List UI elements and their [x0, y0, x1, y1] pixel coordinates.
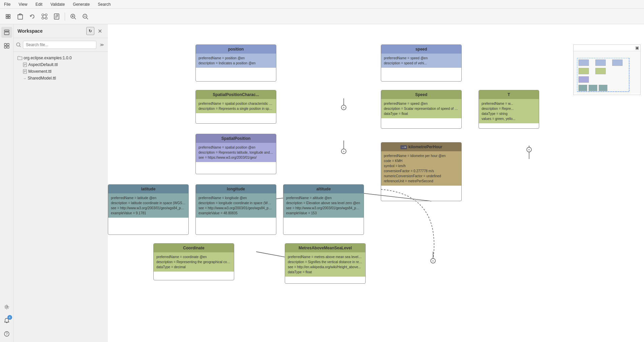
node-property: code = KMH: [384, 158, 459, 163]
undo-button[interactable]: [27, 11, 38, 22]
sidebar-toggle-workspace[interactable]: [1, 27, 12, 38]
menu-validate[interactable]: Validate: [49, 1, 66, 7]
node-body-altitude: preferredName = altitude @endescription …: [283, 193, 364, 218]
node-property: values = green, yello...: [482, 116, 536, 121]
svg-point-55: [527, 147, 531, 152]
node-body-Speed: preferredName = speed @endescription = S…: [381, 99, 461, 118]
svg-point-32: [6, 306, 8, 308]
node-property: preferredName = speed @en: [384, 56, 459, 61]
search-bar: ≫: [13, 38, 108, 52]
svg-rect-30: [4, 46, 6, 48]
node-header-position: position: [196, 45, 276, 54]
node-property: description = Representing the geographi…: [156, 259, 231, 265]
node-header-kilometrePerHour: →≡kilometrePerHour: [381, 143, 461, 151]
node-property: description = Scalar representation of s…: [384, 106, 459, 111]
zoom-out-button[interactable]: [80, 11, 91, 22]
file-item-aspectdefault[interactable]: AspectDefault.ttl: [16, 61, 105, 68]
node-T[interactable]: T preferredName = w...description = Repr…: [479, 90, 539, 129]
svg-point-10: [45, 17, 47, 19]
node-kilometrePerHour[interactable]: →≡kilometrePerHour preferredName = kilom…: [381, 142, 462, 201]
svg-text:+: +: [528, 148, 530, 152]
node-property: dataType = float: [288, 270, 363, 275]
minimap-toggle-button[interactable]: ▣: [635, 45, 639, 50]
toolbar-separator: [65, 12, 65, 21]
canvas-area[interactable]: + + + + +: [108, 24, 644, 342]
export-button[interactable]: [51, 11, 62, 22]
node-header-speed: speed: [381, 45, 461, 54]
node-header-longitude: longitude: [196, 185, 276, 193]
help-button[interactable]: ?: [1, 329, 12, 339]
node-property: numericConversionFactor = undefined: [384, 174, 459, 179]
node-property: exampleValue = 48.80835: [198, 211, 273, 216]
minimap-canvas: [574, 51, 640, 94]
svg-rect-0: [6, 14, 8, 16]
file-icon-2: [23, 69, 27, 74]
new-button[interactable]: [3, 11, 13, 22]
svg-point-8: [45, 14, 47, 16]
node-header-Speed: Speed: [381, 90, 461, 99]
node-property: preferredName = altitude @en: [286, 195, 361, 200]
zoom-in-button[interactable]: [68, 11, 79, 22]
file-item-movement[interactable]: Movement.ttl: [16, 68, 105, 75]
node-body-speed: preferredName = speed @endescription = s…: [381, 54, 461, 68]
node-header-altitude: altitude: [283, 185, 364, 193]
node-property: description = Signifies the vertical dis…: [288, 259, 363, 265]
node-SpatialPosition[interactable]: SpatialPosition preferredName = spatial …: [195, 134, 276, 174]
close-sidebar-button[interactable]: ✕: [96, 27, 104, 35]
menu-search[interactable]: Search: [96, 1, 112, 7]
node-body-MetresAboveMeanSeaLevel: preferredName = metres above mean sea le…: [285, 252, 365, 277]
svg-rect-15: [54, 14, 59, 19]
refresh-button[interactable]: ↻: [86, 27, 94, 35]
node-SpatialPositionCharac[interactable]: SpatialPositionCharac... preferredName =…: [195, 90, 276, 124]
node-latitude[interactable]: latitude preferredName = latitude @endes…: [108, 184, 189, 235]
svg-rect-28: [4, 43, 6, 45]
node-Coordinate[interactable]: Coordinate preferredName = coordinate @e…: [153, 243, 234, 280]
menu-file[interactable]: File: [3, 1, 12, 7]
file-name-aspectdefault: AspectDefault.ttl: [28, 62, 58, 67]
menu-generate[interactable]: Generate: [71, 1, 91, 7]
search-input[interactable]: [23, 41, 96, 49]
node-body-position: preferredName = position @endescription …: [196, 54, 276, 68]
sidebar-toggle-grid[interactable]: [1, 40, 12, 51]
node-property: preferredName = w...: [482, 101, 536, 106]
main-layout: 4 ? Workspace ↻ ✕ ≫ org.eclipse.examples…: [0, 24, 644, 342]
link-arrow-icon: →: [23, 76, 26, 80]
node-header-SpatialPosition: SpatialPosition: [196, 134, 276, 143]
delete-button[interactable]: [15, 11, 26, 22]
add-node-button[interactable]: [39, 11, 50, 22]
node-property: see = http://www.w3.org/2003/01/geo/wgs8…: [198, 206, 273, 211]
collapse-button[interactable]: ≫: [98, 41, 105, 48]
node-body-longitude: preferredName = longitude @endescription…: [196, 193, 276, 218]
node-header-T: T: [479, 90, 539, 99]
svg-point-49: [341, 149, 346, 154]
svg-text:+: +: [432, 259, 434, 263]
node-header-Coordinate: Coordinate: [154, 244, 234, 252]
node-body-latitude: preferredName = latitude @endescription …: [108, 193, 188, 218]
node-property: preferredName = metres above mean sea le…: [288, 254, 363, 259]
node-property: preferredName = speed @en: [384, 101, 459, 106]
file-item-sharedmodel[interactable]: → SharedModel.ttl: [16, 75, 105, 82]
folder-item[interactable]: org.eclipse.examples:1.0.0: [16, 55, 105, 61]
node-MetresAboveMeanSeaLevel[interactable]: MetresAboveMeanSeaLevel preferredName = …: [285, 243, 366, 284]
node-property: preferredName = spatial position @en: [198, 145, 273, 150]
node-property: exampleValue = 153: [286, 211, 361, 216]
node-property: description = speed of vehi...: [384, 61, 459, 66]
node-property: preferredName = spatial position charact…: [198, 101, 273, 106]
menu-view[interactable]: View: [17, 1, 29, 7]
menu-edit[interactable]: Edit: [34, 1, 44, 7]
svg-rect-65: [612, 60, 622, 66]
settings-button[interactable]: [1, 302, 12, 312]
sidebar-header: Workspace ↻ ✕: [13, 24, 108, 38]
svg-line-25: [87, 18, 88, 19]
node-longitude[interactable]: longitude preferredName = longitude @end…: [195, 184, 276, 235]
node-property: description = Represents a single positi…: [198, 106, 273, 111]
node-altitude[interactable]: altitude preferredName = altitude @endes…: [283, 184, 364, 235]
node-Speed[interactable]: Speed preferredName = speed @endescripti…: [381, 90, 462, 129]
svg-point-35: [17, 43, 20, 46]
node-position[interactable]: position preferredName = position @endes…: [195, 44, 276, 82]
node-property: see = https://www.w3.org/2003/01/geo/: [198, 155, 273, 160]
svg-rect-66: [579, 68, 589, 74]
node-property: dataType = string: [482, 111, 536, 116]
node-header-SpatialPositionCharac: SpatialPositionCharac...: [196, 90, 276, 99]
node-speed[interactable]: speed preferredName = speed @endescripti…: [381, 44, 462, 82]
